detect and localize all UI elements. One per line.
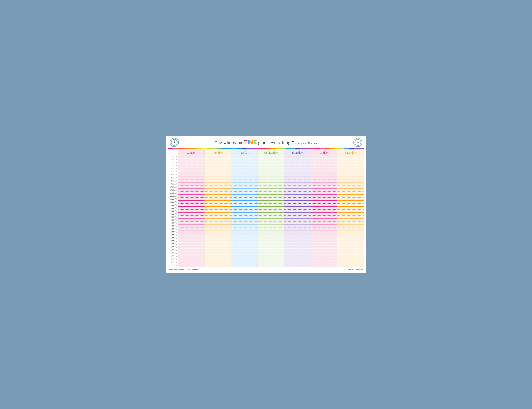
schedule-cell[interactable] — [311, 258, 337, 261]
schedule-cell[interactable] — [257, 255, 284, 258]
schedule-cell[interactable] — [257, 228, 284, 231]
schedule-cell[interactable] — [337, 213, 364, 216]
schedule-cell[interactable] — [231, 240, 257, 243]
schedule-cell[interactable] — [204, 237, 231, 240]
schedule-cell[interactable] — [231, 164, 257, 167]
schedule-cell[interactable] — [178, 252, 204, 255]
schedule-cell[interactable] — [204, 216, 231, 219]
schedule-cell[interactable] — [257, 219, 284, 222]
schedule-cell[interactable] — [231, 173, 257, 176]
schedule-cell[interactable] — [231, 258, 257, 261]
schedule-cell[interactable] — [337, 234, 364, 237]
schedule-cell[interactable] — [284, 258, 311, 261]
schedule-cell[interactable] — [204, 155, 231, 158]
schedule-cell[interactable] — [204, 246, 231, 249]
schedule-cell[interactable] — [284, 155, 311, 158]
schedule-cell[interactable] — [284, 207, 311, 210]
schedule-cell[interactable] — [204, 222, 231, 225]
schedule-cell[interactable] — [284, 200, 311, 204]
schedule-cell[interactable] — [257, 167, 284, 170]
schedule-cell[interactable] — [204, 249, 231, 252]
schedule-cell[interactable] — [284, 249, 311, 252]
schedule-cell[interactable] — [204, 240, 231, 243]
schedule-cell[interactable] — [284, 182, 311, 185]
schedule-cell[interactable] — [284, 173, 311, 176]
schedule-cell[interactable] — [178, 155, 204, 158]
schedule-cell[interactable] — [284, 234, 311, 237]
schedule-cell[interactable] — [257, 155, 284, 158]
schedule-cell[interactable] — [284, 222, 311, 225]
schedule-cell[interactable] — [311, 234, 337, 237]
schedule-cell[interactable] — [257, 185, 284, 189]
schedule-cell[interactable] — [284, 170, 311, 173]
schedule-cell[interactable] — [257, 161, 284, 164]
schedule-cell[interactable] — [257, 240, 284, 243]
schedule-cell[interactable] — [204, 207, 231, 210]
schedule-cell[interactable] — [178, 213, 204, 216]
schedule-cell[interactable] — [204, 252, 231, 255]
schedule-cell[interactable] — [204, 191, 231, 195]
schedule-cell[interactable] — [284, 240, 311, 243]
schedule-cell[interactable] — [284, 176, 311, 180]
schedule-cell[interactable] — [337, 182, 364, 185]
schedule-cell[interactable] — [257, 158, 284, 161]
schedule-cell[interactable] — [311, 155, 337, 158]
schedule-cell[interactable] — [311, 200, 337, 204]
schedule-cell[interactable] — [178, 234, 204, 237]
schedule-cell[interactable] — [337, 164, 364, 167]
schedule-cell[interactable] — [231, 222, 257, 225]
schedule-cell[interactable] — [311, 228, 337, 231]
schedule-cell[interactable] — [284, 216, 311, 219]
schedule-cell[interactable] — [284, 228, 311, 231]
schedule-cell[interactable] — [204, 255, 231, 258]
schedule-cell[interactable] — [178, 161, 204, 164]
schedule-cell[interactable] — [257, 237, 284, 240]
schedule-cell[interactable] — [311, 173, 337, 176]
schedule-cell[interactable] — [178, 167, 204, 170]
schedule-cell[interactable] — [284, 180, 311, 182]
schedule-cell[interactable] — [337, 246, 364, 249]
schedule-cell[interactable] — [231, 249, 257, 252]
schedule-cell[interactable] — [178, 249, 204, 252]
schedule-cell[interactable] — [284, 191, 311, 195]
schedule-cell[interactable] — [284, 213, 311, 216]
schedule-cell[interactable] — [231, 170, 257, 173]
schedule-cell[interactable] — [337, 180, 364, 182]
schedule-cell[interactable] — [231, 234, 257, 237]
schedule-cell[interactable] — [284, 204, 311, 207]
schedule-cell[interactable] — [311, 204, 337, 207]
schedule-cell[interactable] — [257, 225, 284, 228]
schedule-cell[interactable] — [337, 225, 364, 228]
schedule-cell[interactable] — [178, 243, 204, 246]
schedule-cell[interactable] — [337, 158, 364, 161]
schedule-cell[interactable] — [257, 252, 284, 255]
schedule-cell[interactable] — [204, 176, 231, 180]
schedule-cell[interactable] — [178, 219, 204, 222]
schedule-cell[interactable] — [178, 240, 204, 243]
schedule-cell[interactable] — [311, 185, 337, 189]
schedule-cell[interactable] — [337, 252, 364, 255]
schedule-cell[interactable] — [311, 249, 337, 252]
schedule-cell[interactable] — [204, 219, 231, 222]
schedule-cell[interactable] — [311, 252, 337, 255]
schedule-cell[interactable] — [284, 158, 311, 161]
schedule-cell[interactable] — [204, 225, 231, 228]
schedule-cell[interactable] — [337, 189, 364, 191]
schedule-cell[interactable] — [178, 185, 204, 189]
schedule-cell[interactable] — [231, 161, 257, 164]
schedule-cell[interactable] — [337, 237, 364, 240]
schedule-cell[interactable] — [337, 191, 364, 195]
schedule-cell[interactable] — [311, 167, 337, 170]
schedule-cell[interactable] — [311, 176, 337, 180]
schedule-cell[interactable] — [231, 204, 257, 207]
schedule-cell[interactable] — [204, 182, 231, 185]
schedule-cell[interactable] — [311, 195, 337, 198]
schedule-cell[interactable] — [231, 185, 257, 189]
schedule-cell[interactable] — [178, 195, 204, 198]
schedule-cell[interactable] — [257, 207, 284, 210]
schedule-cell[interactable] — [204, 167, 231, 170]
schedule-cell[interactable] — [257, 182, 284, 185]
schedule-cell[interactable] — [204, 198, 231, 200]
schedule-cell[interactable] — [178, 180, 204, 182]
schedule-cell[interactable] — [311, 161, 337, 164]
